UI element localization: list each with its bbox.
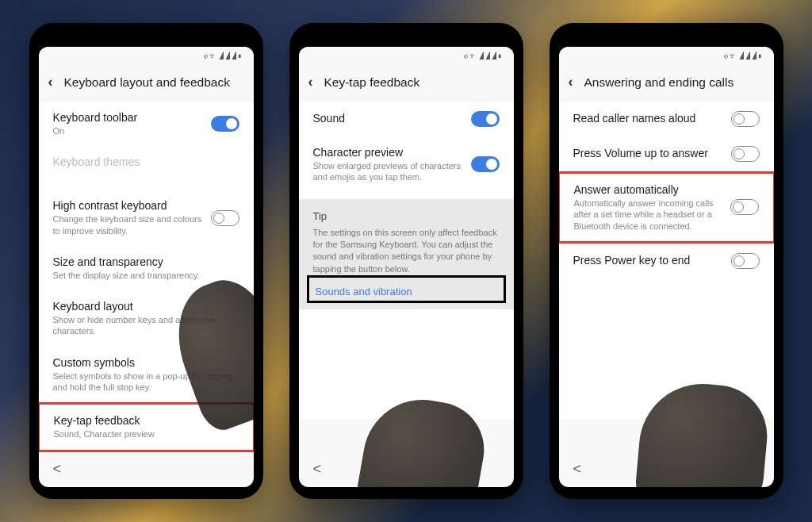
highlight-sounds-vibration: Sounds and vibration [307, 275, 506, 303]
page-title: Keyboard layout and feedback [64, 75, 230, 90]
title: Custom symbols [53, 356, 239, 369]
subtitle: Change the keyboard size and colours to … [53, 213, 211, 236]
toggle-switch[interactable] [731, 111, 760, 127]
setting-press-volume-answer[interactable]: Press Volume up to answer [559, 136, 774, 171]
setting-high-contrast[interactable]: High contrast keyboard Change the keyboa… [39, 190, 254, 246]
title: Key-tap feedback [54, 414, 239, 427]
setting-size-transparency[interactable]: Size and transparency Set the display si… [39, 246, 254, 290]
toggle-switch[interactable] [731, 146, 760, 162]
setting-character-preview[interactable]: Character preview Show enlarged previews… [299, 136, 514, 193]
header: ‹ Keyboard layout and feedback [39, 64, 254, 102]
toggle-switch[interactable] [730, 199, 759, 215]
settings-list: Read caller names aloud Press Volume up … [559, 102, 774, 419]
subtitle: Set the display size and transparency. [53, 270, 239, 281]
back-icon[interactable]: ‹ [48, 74, 53, 90]
nav-back-icon[interactable]: < [573, 461, 582, 478]
title: High contrast keyboard [53, 199, 211, 212]
title: Press Volume up to answer [573, 147, 731, 159]
subtitle: Sound, Character preview [54, 428, 239, 439]
nav-back-icon[interactable]: < [53, 461, 62, 478]
settings-list: Keyboard toolbar On Keyboard themes High… [39, 102, 254, 452]
title: Press Power key to end [573, 254, 731, 267]
subtitle: On [53, 125, 211, 136]
setting-answer-automatically[interactable]: Answer automatically Automatically answe… [559, 171, 774, 244]
setting-key-tap-feedback[interactable]: Key-tap feedback Sound, Character previe… [39, 402, 254, 451]
setting-keyboard-layout[interactable]: Keyboard layout Show or hide number keys… [39, 290, 254, 347]
setting-sound[interactable]: Sound [299, 102, 514, 136]
phone-answering-calls: ⊘ ᯤ ◢ ◢ ◢ ▮ ‹ Answering and ending calls… [550, 23, 783, 499]
setting-press-power-end[interactable]: Press Power key to end [559, 244, 774, 278]
phone-keyboard-layout: ⊘ ᯤ ◢ ◢ ◢ ▮ ‹ Keyboard layout and feedba… [29, 23, 263, 499]
subtitle [53, 170, 239, 180]
status-icons: ⊘ ᯤ ◢ ◢ ◢ ▮ [724, 52, 763, 60]
back-icon[interactable]: ‹ [569, 74, 573, 90]
status-bar: ⊘ ᯤ ◢ ◢ ◢ ▮ [39, 47, 254, 64]
toggle-switch[interactable] [471, 156, 500, 172]
title: Answer automatically [574, 183, 730, 196]
subtitle: Automatically answer incoming calls afte… [574, 198, 730, 232]
header: ‹ Key-tap feedback [299, 64, 514, 102]
screen: ⊘ ᯤ ◢ ◢ ◢ ▮ ‹ Keyboard layout and feedba… [39, 47, 254, 487]
status-bar: ⊘ ᯤ ◢ ◢ ◢ ▮ [559, 47, 774, 64]
page-title: Key-tap feedback [324, 75, 420, 90]
setting-read-caller-names[interactable]: Read caller names aloud [559, 102, 774, 136]
setting-custom-symbols[interactable]: Custom symbols Select symbols to show in… [39, 347, 254, 403]
title: Character preview [313, 146, 471, 159]
setting-keyboard-themes: Keyboard themes [39, 146, 254, 190]
header: ‹ Answering and ending calls [559, 64, 774, 102]
toggle-switch[interactable] [211, 210, 239, 226]
screen: ⊘ ᯤ ◢ ◢ ◢ ▮ ‹ Answering and ending calls… [559, 47, 774, 487]
screen: ⊘ ᯤ ◢ ◢ ◢ ▮ ‹ Key-tap feedback Sound Cha… [299, 47, 514, 487]
status-icons: ⊘ ᯤ ◢ ◢ ◢ ▮ [464, 52, 503, 60]
title: Keyboard layout [53, 300, 239, 313]
title: Keyboard themes [53, 155, 239, 168]
title: Size and transparency [53, 255, 239, 268]
title: Read caller names aloud [573, 112, 731, 125]
subtitle: Show or hide number keys and alternative… [53, 314, 239, 337]
title: Keyboard toolbar [53, 111, 211, 124]
tip-text: The settings on this screen only affect … [313, 227, 500, 276]
tip-section: Tip The settings on this screen only aff… [299, 199, 514, 310]
page-title: Answering and ending calls [584, 75, 734, 90]
title: Sound [313, 112, 471, 125]
toggle-switch[interactable] [731, 253, 760, 269]
subtitle: Select symbols to show in a pop-up by ta… [53, 370, 239, 393]
phone-key-tap-feedback: ⊘ ᯤ ◢ ◢ ◢ ▮ ‹ Key-tap feedback Sound Cha… [289, 23, 523, 499]
settings-list: Sound Character preview Show enlarged pr… [299, 102, 514, 419]
subtitle: Show enlarged previews of characters and… [313, 160, 471, 183]
toggle-switch[interactable] [211, 116, 239, 132]
setting-keyboard-toolbar[interactable]: Keyboard toolbar On [39, 102, 254, 146]
toggle-switch[interactable] [471, 111, 500, 127]
back-icon[interactable]: ‹ [308, 74, 313, 90]
nav-back-icon[interactable]: < [313, 461, 322, 478]
status-bar: ⊘ ᯤ ◢ ◢ ◢ ▮ [299, 47, 514, 64]
status-icons: ⊘ ᯤ ◢ ◢ ◢ ▮ [204, 52, 243, 60]
sounds-vibration-link[interactable]: Sounds and vibration [309, 278, 504, 301]
tip-title: Tip [313, 210, 500, 222]
